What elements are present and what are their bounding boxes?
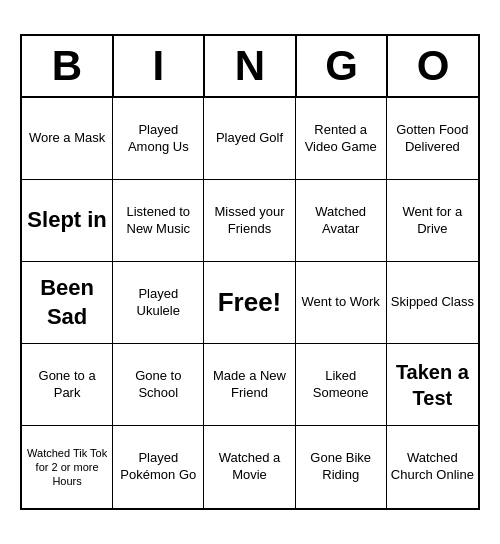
bingo-cell: Gone to a Park — [22, 344, 113, 426]
bingo-cell: Gotten Food Delivered — [387, 98, 478, 180]
bingo-cell: Watched Tik Tok for 2 or more Hours — [22, 426, 113, 508]
bingo-cell: Watched a Movie — [204, 426, 295, 508]
header-letter: O — [388, 36, 478, 98]
bingo-cell: Missed your Friends — [204, 180, 295, 262]
header-letter: N — [205, 36, 297, 98]
bingo-cell: Played Pokémon Go — [113, 426, 204, 508]
bingo-cell: Listened to New Music — [113, 180, 204, 262]
bingo-cell: Watched Avatar — [296, 180, 387, 262]
bingo-cell: Went to Work — [296, 262, 387, 344]
header-letter: I — [114, 36, 206, 98]
bingo-cell: Played Golf — [204, 98, 295, 180]
bingo-card: BINGO Wore a MaskPlayed Among UsPlayed G… — [20, 34, 480, 510]
bingo-cell: Gone Bike Riding — [296, 426, 387, 508]
bingo-cell: Liked Someone — [296, 344, 387, 426]
bingo-grid: Wore a MaskPlayed Among UsPlayed GolfRen… — [22, 98, 478, 508]
bingo-cell: Gone to School — [113, 344, 204, 426]
bingo-cell: Played Among Us — [113, 98, 204, 180]
bingo-header: BINGO — [22, 36, 478, 98]
bingo-cell: Wore a Mask — [22, 98, 113, 180]
bingo-cell: Slept in — [22, 180, 113, 262]
bingo-cell: Rented a Video Game — [296, 98, 387, 180]
bingo-cell: Free! — [204, 262, 295, 344]
bingo-cell: Made a New Friend — [204, 344, 295, 426]
bingo-cell: Been Sad — [22, 262, 113, 344]
bingo-cell: Taken a Test — [387, 344, 478, 426]
header-letter: B — [22, 36, 114, 98]
bingo-cell: Skipped Class — [387, 262, 478, 344]
bingo-cell: Played Ukulele — [113, 262, 204, 344]
header-letter: G — [297, 36, 389, 98]
bingo-cell: Watched Church Online — [387, 426, 478, 508]
bingo-cell: Went for a Drive — [387, 180, 478, 262]
